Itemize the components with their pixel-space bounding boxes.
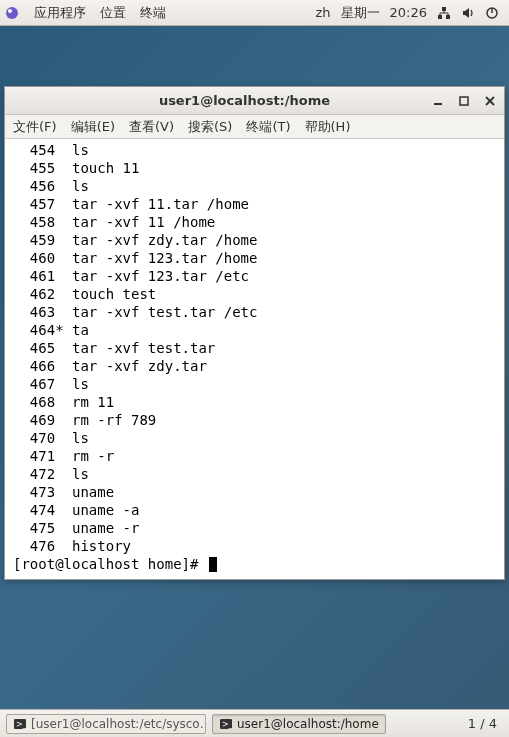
menu-edit[interactable]: 编辑(E) — [71, 118, 115, 136]
volume-icon[interactable] — [461, 5, 475, 21]
history-line: 457 tar -xvf 11.tar /home — [13, 195, 496, 213]
history-line: 463 tar -xvf test.tar /etc — [13, 303, 496, 321]
window-title: user1@localhost:/home — [59, 93, 430, 108]
svg-text:>_: >_ — [222, 720, 233, 729]
taskbar-item-2[interactable]: >_ user1@localhost:/home — [212, 714, 386, 734]
terminal-menubar: 文件(F) 编辑(E) 查看(V) 搜索(S) 终端(T) 帮助(H) — [5, 115, 504, 139]
history-line: 474 uname -a — [13, 501, 496, 519]
maximize-button[interactable] — [456, 93, 472, 109]
taskbar-item-label: user1@localhost:/home — [237, 717, 379, 731]
menu-applications[interactable]: 应用程序 — [34, 4, 86, 22]
terminal-icon: >_ — [13, 717, 27, 731]
history-line: 475 uname -r — [13, 519, 496, 537]
history-line: 465 tar -xvf test.tar — [13, 339, 496, 357]
svg-point-1 — [8, 9, 12, 13]
top-panel: 应用程序 位置 终端 zh 星期一 20:26 — [0, 0, 509, 26]
prompt-line[interactable]: [root@localhost home]# — [13, 555, 496, 573]
activities-icon[interactable] — [4, 5, 20, 21]
close-button[interactable] — [482, 93, 498, 109]
history-line: 456 ls — [13, 177, 496, 195]
history-line: 476 history — [13, 537, 496, 555]
history-line: 470 ls — [13, 429, 496, 447]
cursor — [209, 557, 217, 572]
power-icon[interactable] — [485, 5, 499, 21]
clock-day[interactable]: 星期一 — [341, 4, 380, 22]
history-line: 471 rm -r — [13, 447, 496, 465]
clock-time[interactable]: 20:26 — [390, 5, 427, 20]
menu-terminal[interactable]: 终端 — [140, 4, 166, 22]
window-titlebar[interactable]: user1@localhost:/home — [5, 87, 504, 115]
history-line: 460 tar -xvf 123.tar /home — [13, 249, 496, 267]
workspace-indicator[interactable]: 1 / 4 — [462, 716, 503, 731]
input-method-indicator[interactable]: zh — [315, 5, 330, 20]
taskbar-item-label: [user1@localhost:/etc/sysco… — [31, 717, 206, 731]
svg-rect-8 — [460, 97, 468, 105]
history-line: 461 tar -xvf 123.tar /etc — [13, 267, 496, 285]
history-line: 462 touch test — [13, 285, 496, 303]
history-line: 472 ls — [13, 465, 496, 483]
history-line: 458 tar -xvf 11 /home — [13, 213, 496, 231]
minimize-button[interactable] — [430, 93, 446, 109]
history-line: 454 ls — [13, 141, 496, 159]
history-line: 468 rm 11 — [13, 393, 496, 411]
network-icon[interactable] — [437, 5, 451, 21]
terminal-icon: >_ — [219, 717, 233, 731]
svg-text:>_: >_ — [16, 720, 27, 729]
history-line: 459 tar -xvf zdy.tar /home — [13, 231, 496, 249]
history-line: 467 ls — [13, 375, 496, 393]
history-line: 473 uname — [13, 483, 496, 501]
svg-rect-3 — [438, 15, 442, 19]
history-line: 466 tar -xvf zdy.tar — [13, 357, 496, 375]
history-line: 469 rm -rf 789 — [13, 411, 496, 429]
bottom-panel: >_ [user1@localhost:/etc/sysco… >_ user1… — [0, 709, 509, 737]
svg-rect-4 — [446, 15, 450, 19]
terminal-window: user1@localhost:/home 文件(F) 编辑(E) 查看(V) … — [4, 86, 505, 580]
menu-view[interactable]: 查看(V) — [129, 118, 174, 136]
svg-point-0 — [6, 7, 18, 19]
shell-prompt: [root@localhost home]# — [13, 555, 207, 573]
history-line: 464* ta — [13, 321, 496, 339]
menu-help[interactable]: 帮助(H) — [305, 118, 351, 136]
menu-search[interactable]: 搜索(S) — [188, 118, 232, 136]
desktop: user1@localhost:/home 文件(F) 编辑(E) 查看(V) … — [0, 26, 509, 711]
history-line: 455 touch 11 — [13, 159, 496, 177]
menu-file[interactable]: 文件(F) — [13, 118, 57, 136]
svg-rect-2 — [442, 7, 446, 11]
terminal-output[interactable]: 454 ls 455 touch 11 456 ls 457 tar -xvf … — [5, 139, 504, 579]
menu-terminal-menu[interactable]: 终端(T) — [246, 118, 290, 136]
taskbar-item-1[interactable]: >_ [user1@localhost:/etc/sysco… — [6, 714, 206, 734]
menu-places[interactable]: 位置 — [100, 4, 126, 22]
